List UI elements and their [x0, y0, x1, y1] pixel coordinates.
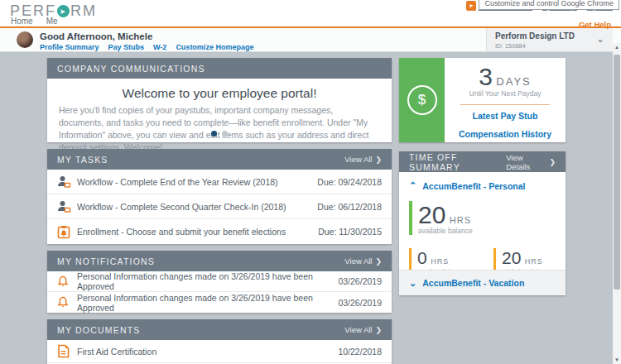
greeting-quick-links: Profile Summary Pay Stubs W-2 Customize … [40, 43, 253, 51]
nav-item-home[interactable]: Home [11, 17, 33, 26]
task-due-date: Due: 09/24/2018 [317, 177, 382, 187]
accumbenefit-vacation-label: AccumBenefit - Vacation [422, 278, 524, 288]
payday-divider [460, 104, 550, 105]
company-name: Perform Design LTD [495, 31, 575, 41]
dollar-circle-icon: $ [407, 85, 437, 115]
payday-green-block: $ [399, 58, 445, 142]
enrollment-clipboard-icon [57, 225, 77, 239]
w2-link[interactable]: W-2 [153, 43, 166, 51]
company-selector[interactable]: Perform Design LTD ID: 150884 ⌄ [486, 28, 613, 51]
carousel-dot-2[interactable] [222, 131, 228, 136]
my-notifications-header: MY NOTIFICATIONS View All❯ [47, 251, 392, 271]
notification-text: Personal Information changes made on 3/2… [77, 293, 338, 313]
payday-subtitle: Until Your Next Payday [445, 89, 566, 98]
payday-countdown: 3 DAYS [445, 63, 566, 91]
notifications-view-all-button[interactable]: View All❯ [344, 256, 382, 266]
scrollbar-thumb[interactable] [614, 55, 620, 290]
payday-body: 3 DAYS Until Your Next Payday Latest Pay… [445, 58, 566, 142]
my-tasks-panel: MY TASKS View All❯ Workflow - Complete E… [47, 149, 392, 244]
documents-view-all-button[interactable]: View All❯ [344, 325, 382, 334]
accumbenefit-personal-toggle[interactable]: ⌃ AccumBenefit - Personal [399, 172, 566, 196]
added-unit: HRS [525, 257, 543, 266]
workflow-person-icon [57, 200, 77, 213]
compensation-history-link[interactable]: Compensation History [445, 129, 566, 139]
my-notifications-panel: MY NOTIFICATIONS View All❯ Personal Info… [47, 251, 392, 313]
document-icon [57, 344, 77, 358]
carousel-dots [47, 131, 392, 136]
browser-tooltip: ▸ Customize and control Google Chrome [479, 0, 619, 10]
my-documents-panel: MY DOCUMENTS View All❯ First Aid Certifi… [47, 319, 392, 364]
communication-headline: Welcome to your employee portal! [47, 86, 392, 101]
profile-summary-link[interactable]: Profile Summary [40, 43, 99, 51]
notification-row[interactable]: Personal Information changes made on 3/2… [47, 271, 392, 292]
task-label: Workflow - Complete End of the Year Revi… [77, 177, 317, 187]
employee-portal-page: PERF➤RM Home Me Welcome, Michele My Sett… [0, 0, 621, 364]
customize-homepage-link[interactable]: Customize Homepage [176, 43, 253, 51]
panel-title: MY TASKS [57, 155, 108, 165]
task-due-date: Due: 11/30/2015 [318, 227, 382, 237]
added-value: 20 [502, 248, 521, 267]
document-date: 10/22/2018 [338, 347, 382, 357]
chevron-right-icon: ❯ [375, 326, 382, 334]
bell-icon [57, 296, 77, 309]
company-communications-panel: COMPANY COMMUNICATIONS Welcome to your e… [47, 58, 392, 142]
greeting-title: Good Afternoon, Michele [40, 31, 152, 41]
logo-text-post: RM [70, 2, 97, 20]
latest-pay-stub-link[interactable]: Latest Pay Stub [445, 111, 566, 121]
bell-icon [57, 275, 77, 288]
task-row[interactable]: Workflow - Complete End of the Year Revi… [47, 170, 392, 194]
time-off-summary-panel: TIME OFF SUMMARY View Details❯ ⌃ AccumBe… [399, 151, 566, 295]
chevron-right-icon: ❯ [375, 257, 382, 266]
scroll-down-arrow-icon[interactable]: ▼ [613, 356, 621, 364]
notification-text: Personal Information changes made on 3/2… [77, 271, 338, 291]
notification-date: 03/26/2019 [338, 298, 382, 308]
document-name: First Aid Certification [77, 347, 338, 357]
chevron-right-icon: ❯ [549, 158, 556, 166]
chevron-right-icon: ❯ [375, 156, 382, 164]
time-off-header: TIME OFF SUMMARY View Details❯ [399, 151, 566, 172]
panel-title: MY DOCUMENTS [57, 325, 141, 335]
get-help-link[interactable]: Get Help [579, 20, 611, 29]
chevron-up-icon: ⌃ [409, 180, 416, 191]
scroll-up-arrow-icon[interactable]: ▲ [613, 43, 621, 51]
my-tasks-header: MY TASKS View All❯ [47, 149, 392, 170]
task-label: Enrollment - Choose and submit your bene… [77, 227, 318, 237]
panel-title: COMPANY COMMUNICATIONS [57, 64, 205, 74]
carousel-dot-1[interactable] [211, 131, 217, 136]
tasks-view-all-button[interactable]: View All❯ [344, 155, 382, 164]
document-row[interactable]: First Aid Certification 10/22/2018 [47, 340, 392, 363]
notification-badge-icon: ▸ [466, 1, 476, 11]
vertical-scrollbar[interactable]: ▲ ▼ [613, 43, 621, 364]
payday-card: $ 3 DAYS Until Your Next Payday Latest P… [399, 58, 566, 142]
task-due-date: Due: 06/12/2018 [317, 202, 382, 212]
accumbenefit-personal-label: AccumBenefit - Personal [422, 181, 525, 191]
nav-item-me[interactable]: Me [46, 17, 58, 26]
accumbenefit-vacation-toggle[interactable]: ⌄ AccumBenefit - Vacation [399, 270, 566, 295]
main-nav: Home Me [11, 17, 58, 26]
used-value: 0 [417, 248, 427, 267]
user-avatar[interactable] [17, 31, 33, 48]
chevron-down-icon: ⌄ [409, 278, 416, 289]
panel-title: TIME OFF SUMMARY [409, 152, 506, 172]
payday-days-unit: DAYS [496, 75, 531, 88]
notification-row[interactable]: Personal Information changes made on 3/2… [47, 292, 392, 313]
time-off-view-details-button[interactable]: View Details❯ [506, 153, 556, 171]
communication-body: Here you'll find copies of your paystubs… [47, 104, 392, 154]
my-documents-header: MY DOCUMENTS View All❯ [47, 319, 392, 340]
pay-stubs-link[interactable]: Pay Stubs [108, 43, 145, 51]
chevron-down-icon[interactable]: ⌄ [596, 33, 604, 45]
notification-date: 03/26/2019 [338, 276, 382, 286]
balance-unit: HRS [450, 215, 471, 225]
company-communications-header: COMPANY COMMUNICATIONS [47, 58, 392, 79]
available-balance-stat: 20 HRS available balance [409, 201, 566, 235]
logo-o-circular-arrow-icon: ➤ [57, 5, 70, 17]
panel-title: MY NOTIFICATIONS [57, 256, 155, 266]
task-row[interactable]: Workflow - Complete Second Quarter Check… [47, 194, 392, 219]
browser-tooltip-text: Customize and control Google Chrome [484, 0, 614, 7]
payday-days-number: 3 [479, 63, 493, 90]
balance-caption: available balance [418, 227, 566, 235]
workflow-person-icon [57, 175, 77, 189]
task-row[interactable]: Enrollment - Choose and submit your bene… [47, 219, 392, 244]
company-id: ID: 150884 [495, 42, 526, 50]
greeting-bar: Good Afternoon, Michele Profile Summary … [0, 28, 621, 52]
